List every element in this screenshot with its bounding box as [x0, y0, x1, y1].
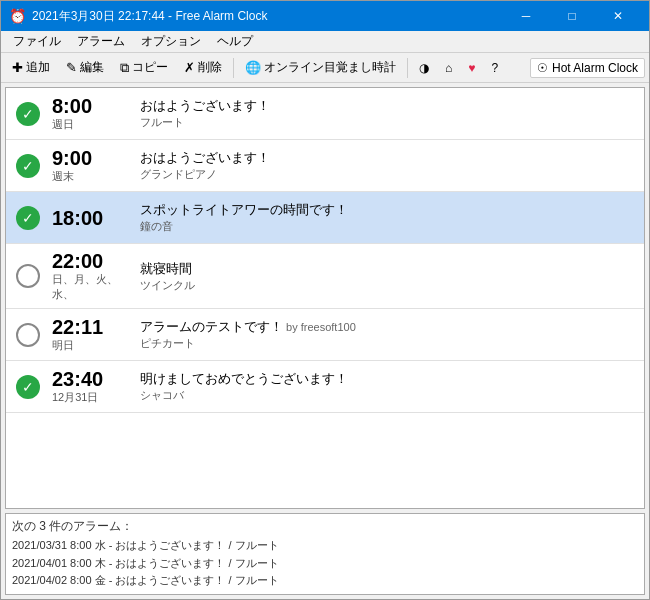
online-alarm-label: オンライン目覚まし時計 [264, 59, 396, 76]
copy-button[interactable]: ⧉ コピー [113, 55, 175, 80]
alarm-check-3[interactable]: ✓ [14, 204, 42, 232]
check-enabled-icon: ✓ [16, 154, 40, 178]
alarm-time-block-1: 8:00 週日 [52, 95, 132, 132]
alarm-info-4: 就寝時間 ツインクル [132, 260, 636, 293]
check-disabled-icon [16, 264, 40, 288]
menu-alarm[interactable]: アラーム [69, 31, 133, 52]
copy-icon: ⧉ [120, 60, 129, 76]
alarm-info-2: おはようございます！ グランドピアノ [132, 149, 636, 182]
alarm-time-block-4: 22:00 日、月、火、水、 [52, 250, 132, 302]
alarm-label-2: おはようございます！ [140, 149, 636, 167]
alarm-time-5: 22:11 [52, 316, 132, 338]
alarm-label-1: おはようございます！ [140, 97, 636, 115]
menu-help[interactable]: ヘルプ [209, 31, 261, 52]
alarm-check-5[interactable] [14, 321, 42, 349]
alarm-info-6: 明けましておめでとうございます！ シャコバ [132, 370, 636, 403]
alarm-row[interactable]: 22:11 明日 アラームのテストです！ by freesoft100 ピチカー… [6, 309, 644, 361]
hot-alarm-label: Hot Alarm Clock [552, 61, 638, 75]
alarm-label-3: スポットライトアワーの時間です！ [140, 201, 636, 219]
heart-button[interactable]: ♥ [461, 57, 482, 79]
copy-label: コピー [132, 59, 168, 76]
check-enabled-icon: ✓ [16, 375, 40, 399]
menubar: ファイル アラーム オプション ヘルプ [1, 31, 649, 53]
alarm-check-4[interactable] [14, 262, 42, 290]
alarm-info-5: アラームのテストです！ by freesoft100 ピチカート [132, 318, 636, 351]
help-button[interactable]: ? [484, 57, 505, 79]
alarm-label-text-5: アラームのテストです！ [140, 319, 283, 334]
delete-label: 削除 [198, 59, 222, 76]
alarm-row[interactable]: ✓ 9:00 週末 おはようございます！ グランドピアノ [6, 140, 644, 192]
next-alarm-item-3: 2021/04/02 8:00 金 - おはようございます！ / フルート [12, 572, 638, 590]
alarm-time-block-2: 9:00 週末 [52, 147, 132, 184]
alarm-sound-6: シャコバ [140, 388, 636, 403]
delete-button[interactable]: ✗ 削除 [177, 55, 229, 80]
alarm-time-block-6: 23:40 12月31日 [52, 368, 132, 405]
alarm-time-2: 9:00 [52, 147, 132, 169]
alarm-time-block-5: 22:11 明日 [52, 316, 132, 353]
edit-label: 編集 [80, 59, 104, 76]
alarm-row[interactable]: 22:00 日、月、火、水、 就寝時間 ツインクル [6, 244, 644, 309]
alarm-time-1: 8:00 [52, 95, 132, 117]
alarm-label-4: 就寝時間 [140, 260, 636, 278]
alarm-by-5: by freesoft100 [283, 321, 356, 333]
delete-icon: ✗ [184, 60, 195, 75]
next-alarms-title: 次の 3 件のアラーム： [12, 518, 638, 535]
next-alarms-panel: 次の 3 件のアラーム： 2021/03/31 8:00 水 - おはようござい… [5, 513, 645, 595]
moon-icon: ◑ [419, 61, 429, 75]
close-button[interactable]: ✕ [595, 1, 641, 31]
alarm-list[interactable]: ✓ 8:00 週日 おはようございます！ フルート ✓ 9:00 週末 [5, 87, 645, 509]
alarm-row[interactable]: ✓ 23:40 12月31日 明けましておめでとうございます！ シャコバ [6, 361, 644, 413]
alarm-row[interactable]: ✓ 8:00 週日 おはようございます！ フルート [6, 88, 644, 140]
alarm-check-2[interactable]: ✓ [14, 152, 42, 180]
alarm-label-5: アラームのテストです！ by freesoft100 [140, 318, 636, 336]
window-controls: ─ □ ✕ [503, 1, 641, 31]
globe-icon: 🌐 [245, 60, 261, 75]
hot-alarm-button[interactable]: ☉ Hot Alarm Clock [530, 58, 645, 78]
alarm-check-6[interactable]: ✓ [14, 373, 42, 401]
alarm-days-2: 週末 [52, 169, 132, 184]
check-enabled-icon: ✓ [16, 206, 40, 230]
home-icon: ⌂ [445, 61, 452, 75]
alarm-time-block-3: 18:00 [52, 207, 132, 229]
alarm-info-1: おはようございます！ フルート [132, 97, 636, 130]
alarm-time-6: 23:40 [52, 368, 132, 390]
check-enabled-icon: ✓ [16, 102, 40, 126]
minimize-button[interactable]: ─ [503, 1, 549, 31]
moon-button[interactable]: ◑ [412, 57, 436, 79]
online-alarm-button[interactable]: 🌐 オンライン目覚まし時計 [238, 55, 403, 80]
toolbar-separator-2 [407, 58, 408, 78]
hot-alarm-icon: ☉ [537, 61, 548, 75]
alarm-check-1[interactable]: ✓ [14, 100, 42, 128]
alarm-days-4: 日、月、火、水、 [52, 272, 132, 302]
window-title: 2021年3月30日 22:17:44 - Free Alarm Clock [32, 8, 503, 25]
home-button[interactable]: ⌂ [438, 57, 459, 79]
alarm-days-6: 12月31日 [52, 390, 132, 405]
alarm-days-1: 週日 [52, 117, 132, 132]
alarm-sound-3: 鐘の音 [140, 219, 636, 234]
question-icon: ? [491, 61, 498, 75]
alarm-sound-4: ツインクル [140, 278, 636, 293]
toolbar: ✚ 追加 ✎ 編集 ⧉ コピー ✗ 削除 🌐 オンライン目覚まし時計 ◑ ⌂ ♥ [1, 53, 649, 83]
titlebar: ⏰ 2021年3月30日 22:17:44 - Free Alarm Clock… [1, 1, 649, 31]
heart-icon: ♥ [468, 61, 475, 75]
alarm-sound-1: フルート [140, 115, 636, 130]
next-alarm-item-2: 2021/04/01 8:00 木 - おはようございます！ / フルート [12, 555, 638, 573]
alarm-row[interactable]: ✓ 18:00 スポットライトアワーの時間です！ 鐘の音 [6, 192, 644, 244]
alarm-sound-2: グランドピアノ [140, 167, 636, 182]
edit-button[interactable]: ✎ 編集 [59, 55, 111, 80]
alarm-time-4: 22:00 [52, 250, 132, 272]
alarm-label-6: 明けましておめでとうございます！ [140, 370, 636, 388]
alarm-days-5: 明日 [52, 338, 132, 353]
add-icon: ✚ [12, 60, 23, 75]
alarm-sound-5: ピチカート [140, 336, 636, 351]
alarm-time-3: 18:00 [52, 207, 132, 229]
menu-options[interactable]: オプション [133, 31, 209, 52]
maximize-button[interactable]: □ [549, 1, 595, 31]
alarm-list-spacer [6, 413, 644, 473]
add-button[interactable]: ✚ 追加 [5, 55, 57, 80]
check-disabled-icon [16, 323, 40, 347]
app-icon: ⏰ [9, 8, 26, 24]
edit-icon: ✎ [66, 60, 77, 75]
menu-file[interactable]: ファイル [5, 31, 69, 52]
toolbar-separator-1 [233, 58, 234, 78]
